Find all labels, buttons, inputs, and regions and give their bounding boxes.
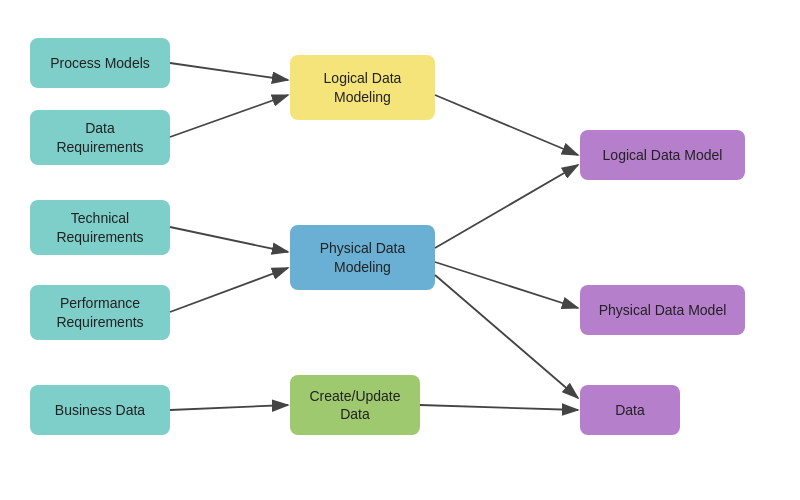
svg-line-2 <box>170 95 288 137</box>
svg-line-6 <box>435 95 578 155</box>
physical-data-modeling-node: Physical Data Modeling <box>290 225 435 290</box>
logical-data-modeling-node: Logical Data Modeling <box>290 55 435 120</box>
data-node: Data <box>580 385 680 435</box>
business-data-node: Business Data <box>30 385 170 435</box>
svg-line-3 <box>170 227 288 252</box>
process-models-node: Process Models <box>30 38 170 88</box>
data-requirements-node: Data Requirements <box>30 110 170 165</box>
svg-line-5 <box>170 405 288 410</box>
svg-line-7 <box>435 165 578 248</box>
svg-line-4 <box>170 268 288 312</box>
svg-line-8 <box>435 262 578 308</box>
create-update-data-node: Create/Update Data <box>290 375 420 435</box>
svg-line-1 <box>170 63 288 80</box>
svg-line-10 <box>420 405 578 410</box>
logical-data-model-node: Logical Data Model <box>580 130 745 180</box>
physical-data-model-node: Physical Data Model <box>580 285 745 335</box>
svg-line-9 <box>435 275 578 398</box>
technical-requirements-node: Technical Requirements <box>30 200 170 255</box>
performance-requirements-node: Performance Requirements <box>30 285 170 340</box>
diagram-container: Process Models Data Requirements Technic… <box>0 0 800 500</box>
